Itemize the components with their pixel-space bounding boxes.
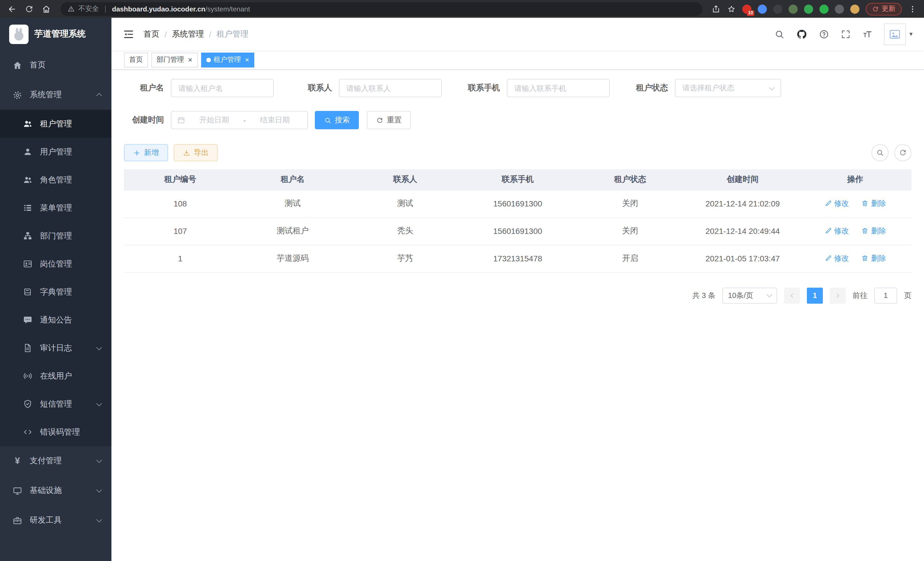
export-button[interactable]: 导出 xyxy=(174,144,218,161)
browser-refresh-icon[interactable] xyxy=(22,2,37,16)
browser-menu-icon[interactable] xyxy=(908,4,917,14)
extension-icon[interactable] xyxy=(773,4,782,14)
sidebar-item-infrastructure[interactable]: 基础设施 xyxy=(0,476,111,505)
edit-link[interactable]: 修改 xyxy=(824,253,849,264)
sidebar-item-system[interactable]: 系统管理 xyxy=(0,80,111,110)
sidebar-item-sms[interactable]: 短信管理 xyxy=(0,390,111,418)
prev-page-button[interactable] xyxy=(784,287,800,303)
home-icon xyxy=(13,60,22,70)
cell-created: 2021-12-14 20:49:44 xyxy=(686,217,799,245)
contact-input[interactable] xyxy=(339,79,442,97)
goto-page-input[interactable] xyxy=(874,287,897,303)
sidebar-item-user[interactable]: 用户管理 xyxy=(0,138,111,166)
date-range-picker[interactable]: 开始日期 - 结束日期 xyxy=(171,111,308,129)
sidebar-item-label: 字典管理 xyxy=(40,287,72,297)
bookmark-star-icon[interactable] xyxy=(727,4,736,14)
edit-link[interactable]: 修改 xyxy=(824,226,849,236)
column-header: 租户状态 xyxy=(574,169,687,190)
shield-icon xyxy=(23,399,33,409)
sidebar-item-dict[interactable]: 字典管理 xyxy=(0,278,111,306)
add-button[interactable]: 新增 xyxy=(124,144,168,161)
sidebar-item-menu[interactable]: 菜单管理 xyxy=(0,194,111,222)
sidebar-item-label: 角色管理 xyxy=(40,175,72,185)
sidebar-item-post[interactable]: 岗位管理 xyxy=(0,250,111,278)
filter-status: 租户状态 请选择租户状态 xyxy=(628,79,781,97)
delete-link[interactable]: 删除 xyxy=(861,226,886,236)
close-icon[interactable]: × xyxy=(188,56,192,63)
font-size-icon[interactable] xyxy=(862,29,873,39)
delete-link[interactable]: 删除 xyxy=(861,253,886,264)
screen: 不安全 dashboard.yudao.iocoder.cn/system/te… xyxy=(0,0,924,561)
extension-icon[interactable]: 10 xyxy=(742,4,752,14)
page-content: 租户名 联系人 联系手机 租户状态 请选择租户状态 xyxy=(111,70,924,561)
sidebar: 芋道管理系统 首页 系统管理 租户管理 用户管理 角色管理 xyxy=(0,18,111,561)
refresh-table-button[interactable] xyxy=(894,144,911,161)
page-number-1[interactable]: 1 xyxy=(807,287,823,303)
sidebar-item-error-code[interactable]: 错误码管理 xyxy=(0,418,111,446)
sidebar-item-dev-tools[interactable]: 研发工具 xyxy=(0,505,111,535)
extension-icon[interactable] xyxy=(850,4,860,14)
logo[interactable]: 芋道管理系统 xyxy=(0,18,111,50)
sidebar-item-role[interactable]: 角色管理 xyxy=(0,166,111,194)
extension-icon[interactable] xyxy=(758,4,767,14)
sidebar-item-label: 在线用户 xyxy=(40,371,72,381)
tenant-name-input[interactable] xyxy=(171,79,274,97)
browser-home-icon[interactable] xyxy=(39,2,54,16)
pencil-icon xyxy=(824,227,832,235)
breadcrumb-home[interactable]: 首页 xyxy=(143,29,159,39)
extension-icon[interactable] xyxy=(789,4,798,14)
main-area: 首页 / 系统管理 / 租户管理 ▾ 首页 xyxy=(111,18,924,561)
refresh-icon xyxy=(899,149,907,157)
sidebar-item-online-user[interactable]: 在线用户 xyxy=(0,362,111,390)
tab-home[interactable]: 首页 xyxy=(124,52,148,67)
sidebar-fold-icon[interactable] xyxy=(123,28,134,40)
page-size-select[interactable]: 10条/页 xyxy=(722,287,777,303)
cell-tenant-name: 芋道源码 xyxy=(237,245,349,272)
filter-row-2: 创建时间 开始日期 - 结束日期 搜索 重置 xyxy=(124,111,911,129)
tab-dept[interactable]: 部门管理 × xyxy=(152,52,197,67)
tab-label: 首页 xyxy=(129,55,143,65)
column-header: 联系人 xyxy=(349,169,461,190)
help-icon[interactable] xyxy=(819,29,830,39)
share-icon[interactable] xyxy=(711,4,721,14)
chevron-down-icon xyxy=(769,84,775,90)
extension-icon[interactable] xyxy=(819,4,829,14)
security-label: 不安全 xyxy=(78,4,99,14)
toggle-search-button[interactable] xyxy=(872,144,889,161)
rabbit-logo-icon xyxy=(11,26,27,42)
sidebar-item-dept[interactable]: 部门管理 xyxy=(0,222,111,250)
sidebar-item-tenant[interactable]: 租户管理 xyxy=(0,110,111,138)
table-row: 108 测试 测试 15601691300 关闭 2021-12-14 21:0… xyxy=(124,190,911,217)
search-button[interactable]: 搜索 xyxy=(315,111,359,129)
edit-link[interactable]: 修改 xyxy=(824,199,849,209)
address-bar[interactable]: 不安全 dashboard.yudao.iocoder.cn/system/te… xyxy=(61,2,702,16)
sidebar-item-notice[interactable]: 通知公告 xyxy=(0,306,111,334)
sidebar-item-payment[interactable]: ¥ 支付管理 xyxy=(0,446,111,476)
url-domain: dashboard.yudao.iocoder.cn xyxy=(112,5,206,13)
browser-update-button[interactable]: 更新 xyxy=(866,3,902,15)
status-select[interactable]: 请选择租户状态 xyxy=(675,79,781,97)
tab-tenant[interactable]: 租户管理 × xyxy=(201,52,254,67)
search-icon[interactable] xyxy=(775,29,785,39)
phone-input[interactable] xyxy=(507,79,610,97)
breadcrumb-system[interactable]: 系统管理 xyxy=(172,29,204,39)
delete-link[interactable]: 删除 xyxy=(861,199,886,209)
browser-back-icon[interactable] xyxy=(4,2,20,16)
user-avatar-menu[interactable]: ▾ xyxy=(884,23,913,45)
signal-icon xyxy=(23,371,33,381)
extension-icon[interactable] xyxy=(804,4,813,14)
trash-icon xyxy=(861,227,869,235)
sidebar-menu: 首页 系统管理 租户管理 用户管理 角色管理 菜单管理 xyxy=(0,50,111,535)
url-text: dashboard.yudao.iocoder.cn/system/tenant xyxy=(112,5,250,13)
sidebar-item-audit-log[interactable]: 审计日志 xyxy=(0,334,111,362)
github-icon[interactable] xyxy=(796,28,808,40)
sidebar-item-home[interactable]: 首页 xyxy=(0,50,111,80)
yen-icon: ¥ xyxy=(13,456,22,466)
chevron-left-icon xyxy=(789,292,795,299)
close-icon[interactable]: × xyxy=(245,56,249,63)
column-header: 租户名 xyxy=(237,169,349,190)
next-page-button[interactable] xyxy=(830,287,846,303)
fullscreen-icon[interactable] xyxy=(841,29,851,39)
extension-icon[interactable] xyxy=(835,4,844,14)
reset-button[interactable]: 重置 xyxy=(367,111,411,129)
